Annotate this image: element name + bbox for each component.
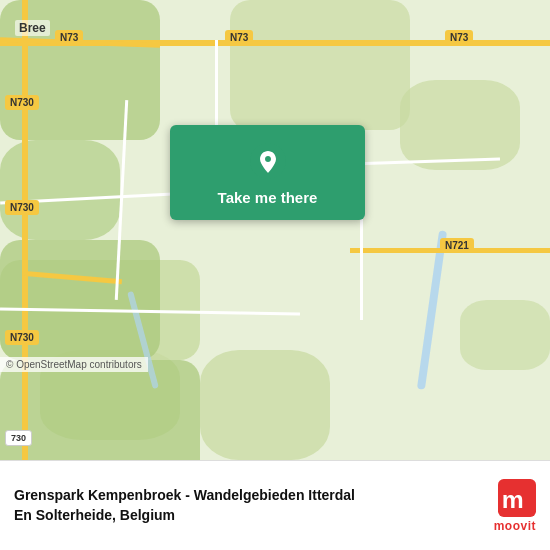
moovit-text: moovit bbox=[494, 519, 536, 533]
svg-text:m: m bbox=[502, 485, 524, 512]
copyright-bar: © OpenStreetMap contributors bbox=[0, 357, 148, 372]
info-bar: Grenspark Kempenbroek - Wandelgebieden I… bbox=[0, 460, 550, 550]
take-me-there-button[interactable]: Take me there bbox=[170, 125, 365, 220]
location-title: Grenspark Kempenbroek - Wandelgebieden I… bbox=[14, 486, 484, 525]
info-text: Grenspark Kempenbroek - Wandelgebieden I… bbox=[14, 486, 484, 525]
moovit-logo: m moovit bbox=[494, 479, 536, 533]
place-label-bree: Bree bbox=[15, 20, 50, 36]
road-label-730: 730 bbox=[5, 430, 32, 446]
map-area: N73 N73 N73 N730 N730 N730 N721 730 Bree… bbox=[0, 0, 550, 460]
take-me-there-label: Take me there bbox=[218, 189, 318, 206]
road-label-n73-2: N73 bbox=[225, 30, 253, 45]
road-label-n721: N721 bbox=[440, 238, 474, 253]
road-label-n73-1: N73 bbox=[55, 30, 83, 45]
road-label-n730-2: N730 bbox=[5, 200, 39, 215]
moovit-logo-icon: m bbox=[498, 479, 536, 517]
road-label-n730-3: N730 bbox=[5, 330, 39, 345]
location-pin-icon bbox=[250, 143, 286, 179]
road-label-n73-3: N73 bbox=[445, 30, 473, 45]
road-label-n730-1: N730 bbox=[5, 95, 39, 110]
svg-point-0 bbox=[250, 143, 286, 179]
